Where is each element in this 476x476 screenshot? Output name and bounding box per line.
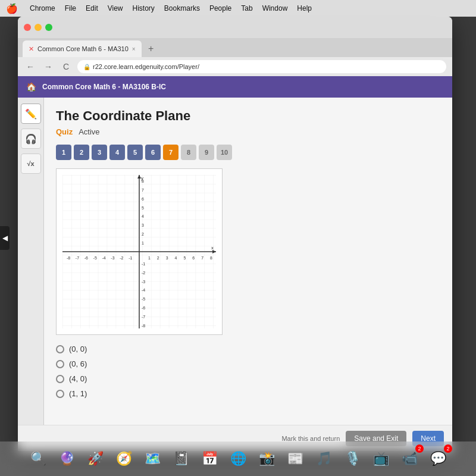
- dock-news[interactable]: 📰: [282, 446, 308, 472]
- question-8[interactable]: 8: [181, 145, 196, 160]
- headphone-tool[interactable]: 🎧: [21, 129, 41, 149]
- browser-tab[interactable]: ✕ Common Core Math 6 - MA310 ×: [23, 40, 142, 57]
- traffic-lights: [24, 24, 52, 31]
- question-10[interactable]: 10: [217, 145, 232, 160]
- question-4[interactable]: 4: [109, 145, 125, 160]
- answer-choice-4[interactable]: (1, 1): [56, 389, 440, 398]
- dock-maps[interactable]: 🗺️: [139, 446, 165, 472]
- answer-choice-3[interactable]: (4, 0): [56, 374, 440, 383]
- question-9[interactable]: 9: [199, 145, 214, 160]
- svg-text:5: 5: [183, 256, 186, 260]
- dock-calendar[interactable]: 📅: [196, 446, 223, 472]
- svg-text:-3: -3: [111, 256, 114, 260]
- pencil-tool[interactable]: ✏️: [21, 104, 41, 124]
- sidebar-tools: ✏️ 🎧 √x: [18, 98, 44, 432]
- question-1[interactable]: 1: [56, 145, 71, 160]
- back-button[interactable]: ←: [24, 60, 37, 73]
- question-5[interactable]: 5: [127, 145, 143, 160]
- home-icon[interactable]: 🏠: [26, 82, 36, 92]
- svg-text:4: 4: [175, 256, 177, 260]
- tab-favicon: ✕: [29, 45, 34, 53]
- dock-notes[interactable]: 📓: [168, 446, 194, 472]
- answer-choice-1[interactable]: (0, 0): [56, 345, 440, 353]
- menubar-chrome[interactable]: Chrome: [30, 4, 55, 12]
- dock-messages[interactable]: 💬 2: [425, 446, 451, 472]
- question-6[interactable]: 6: [145, 145, 161, 160]
- svg-text:5: 5: [142, 206, 144, 210]
- refresh-button[interactable]: C: [60, 60, 73, 73]
- menubar-people[interactable]: People: [209, 4, 231, 12]
- menubar-help[interactable]: Help: [297, 4, 312, 12]
- menubar-window[interactable]: Window: [262, 4, 288, 12]
- radio-2[interactable]: [56, 360, 64, 368]
- menubar-file[interactable]: File: [65, 4, 76, 12]
- dock-chrome[interactable]: 🌐: [225, 446, 251, 472]
- svg-text:-7: -7: [142, 315, 145, 319]
- quiz-info: Quiz Active: [56, 127, 440, 136]
- question-7[interactable]: 7: [163, 145, 178, 160]
- dock-siri[interactable]: 🔮: [54, 446, 80, 472]
- calculator-tool[interactable]: √x: [21, 154, 41, 174]
- page-title: The Coordinate Plane: [56, 108, 440, 124]
- svg-text:7: 7: [201, 256, 203, 260]
- svg-text:-7: -7: [76, 256, 79, 260]
- sidebar-arrow[interactable]: ◀: [0, 226, 10, 250]
- svg-text:-2: -2: [142, 271, 145, 275]
- menubar-edit[interactable]: Edit: [86, 4, 98, 12]
- new-tab-button[interactable]: +: [144, 42, 158, 56]
- dock-safari[interactable]: 🧭: [111, 446, 137, 472]
- dock-photos[interactable]: 📸: [253, 446, 280, 472]
- svg-text:-6: -6: [84, 256, 88, 260]
- close-button[interactable]: [24, 24, 31, 31]
- menubar-bookmarks[interactable]: Bookmarks: [164, 4, 200, 12]
- dock-podcasts[interactable]: 🎙️: [339, 446, 365, 472]
- svg-text:-2: -2: [120, 256, 123, 260]
- dock-music[interactable]: 🎵: [311, 446, 337, 472]
- browser-window: ✕ Common Core Math 6 - MA310 × + ← → C 🔒…: [18, 17, 452, 451]
- answer-choice-2[interactable]: (0, 6): [56, 359, 440, 368]
- svg-text:8: 8: [210, 256, 212, 260]
- svg-text:-8: -8: [67, 256, 70, 260]
- dock-facetime[interactable]: 📹 2: [396, 446, 422, 472]
- radio-3[interactable]: [56, 375, 64, 383]
- coordinate-plane: 1 2 3 4 5 6 7 8 -1 -2 -3 -4 -5 -6: [56, 168, 223, 335]
- question-2[interactable]: 2: [74, 145, 89, 160]
- address-bar: ← → C 🔒 r22.core.learn.edgenuity.com/Pla…: [18, 57, 452, 76]
- forward-button[interactable]: →: [42, 60, 55, 73]
- svg-text:2: 2: [157, 256, 159, 260]
- svg-text:-8: -8: [142, 324, 145, 328]
- svg-text:2: 2: [142, 232, 144, 236]
- menubar-view[interactable]: View: [108, 4, 123, 12]
- answer-label-2: (0, 6): [69, 359, 87, 368]
- minimize-button[interactable]: [35, 24, 42, 31]
- fullscreen-button[interactable]: [45, 24, 52, 31]
- dock: 🔍 🔮 🚀 🧭 🗺️ 📓 📅 🌐 📸 📰 🎵 🎙️ 📺 📹 2 💬 2: [0, 441, 476, 476]
- svg-text:1: 1: [148, 256, 151, 260]
- tab-label: Common Core Math 6 - MA310: [37, 45, 129, 52]
- svg-text:-6: -6: [142, 306, 145, 310]
- menubar-history[interactable]: History: [133, 4, 155, 12]
- site-title: Common Core Math 6 - MA3106 B-IC: [42, 83, 166, 91]
- svg-text:-1: -1: [142, 262, 145, 266]
- svg-text:-4: -4: [142, 288, 145, 292]
- svg-text:-5: -5: [93, 256, 97, 260]
- menubar-tab[interactable]: Tab: [241, 4, 252, 12]
- answer-label-4: (1, 1): [69, 389, 87, 398]
- svg-text:4: 4: [142, 214, 144, 218]
- question-3[interactable]: 3: [92, 145, 107, 160]
- tab-close-button[interactable]: ×: [132, 46, 136, 52]
- url-bar[interactable]: 🔒 r22.core.learn.edgenuity.com/Player/: [77, 60, 446, 73]
- quiz-label: Quiz: [56, 127, 73, 136]
- svg-text:-5: -5: [142, 297, 145, 301]
- radio-1[interactable]: [56, 345, 64, 353]
- apple-menu[interactable]: 🍎: [6, 3, 18, 14]
- radio-4[interactable]: [56, 390, 64, 398]
- dock-finder[interactable]: 🔍: [25, 446, 51, 472]
- answer-label-3: (4, 0): [69, 374, 87, 383]
- active-label: Active: [79, 127, 99, 136]
- dock-launchpad[interactable]: 🚀: [82, 446, 108, 472]
- question-numbers: 1 2 3 4 5 6 7 8 9 10: [56, 145, 440, 160]
- dock-tv[interactable]: 📺: [368, 446, 394, 472]
- svg-text:6: 6: [142, 197, 144, 201]
- title-bar: [18, 17, 452, 38]
